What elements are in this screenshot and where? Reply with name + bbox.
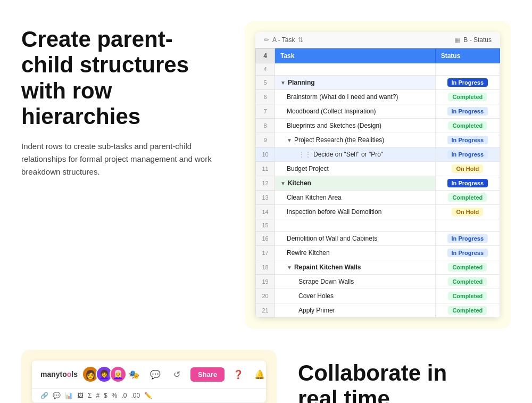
table-row: 15 [256,219,500,232]
status-cell: In Progress [435,232,500,246]
task-cell: ▼Kitchen [275,176,436,191]
bell-icon[interactable]: 🔔 [252,367,266,382]
row-number: 10 [256,147,275,162]
sub-text: Indent rows to create sub-tasks and pare… [21,140,223,178]
table-row: 13Clean Kitchen AreaCompleted [256,191,500,205]
row-number: 17 [256,246,275,260]
table-row: 4 [256,63,500,76]
toolbar-left: ✏ A - Task ⇅ [264,36,303,44]
status-badge: In Progress [447,234,488,243]
status-cell: On Hold [435,205,500,219]
bottom-section: manytools 👩 👩‍🦱 👩‍🦳 🎭 [0,350,532,403]
table-row: 6Brainstorm (What do I need and want?)Co… [256,90,500,104]
sort-icon: ⇅ [298,36,303,44]
history-icon[interactable]: ↺ [169,367,184,382]
avatar-3: 👩‍🦳 [110,366,127,383]
status-cell: In Progress [435,104,500,119]
percent-icon: % [112,392,118,399]
left-content: Create parent-child structures with row … [21,21,223,178]
status-badge: In Progress [447,107,488,116]
status-cell: Completed [435,119,500,133]
status-badge: In Progress [447,150,488,159]
table-row: 12▼KitchenIn Progress [256,176,500,191]
emoji-icon[interactable]: 🎭 [127,367,142,382]
status-cell: In Progress [435,133,500,147]
table-row: 5▼PlanningIn Progress [256,76,500,90]
task-cell [275,219,436,232]
table-row: 18▼Repaint Kitchen WallsCompleted [256,260,500,275]
task-cell: Cover Holes [275,289,436,303]
status-cell: Completed [435,260,500,275]
table-row: 11Budget ProjectOn Hold [256,162,500,176]
status-cell: In Progress [435,76,500,90]
table-row: 14Inspection before Wall DemolitionOn Ho… [256,205,500,219]
row-number: 4 [256,63,275,76]
app-top-bar: manytools 👩 👩‍🦱 👩‍🦳 🎭 [32,360,266,389]
row-number: 21 [256,303,275,318]
task-cell: Budget Project [275,162,436,176]
status-cell: Completed [435,90,500,104]
col-task-header: Task [275,49,436,63]
row-number: 14 [256,205,275,219]
status-cell [435,63,500,76]
right-content: ✏ A - Task ⇅ ▦ B - Status 4 Task Status [245,21,511,328]
row-number: 7 [256,104,275,119]
comment-icon-bar: 💬 [53,392,61,399]
col-b-label: B - Status [463,36,492,44]
formula-bar: 🔗 💬 📊 🖼 Σ # $ % .0 .00 ✏️ [32,389,266,403]
row-number: 18 [256,260,275,275]
status-badge: On Hold [452,208,483,216]
task-cell: Scrape Down Walls [275,275,436,289]
pencil-icon: ✏ [264,36,269,44]
status-badge: Completed [448,121,487,130]
col-a-label: A - Task [272,36,295,44]
status-badge: Completed [448,306,487,315]
task-cell: Clean Kitchen Area [275,191,436,205]
app-toolbar: manytools 👩 👩‍🦱 👩‍🦳 🎭 [32,360,266,403]
status-badge: Completed [448,277,487,286]
col-status-header: Status [435,49,500,63]
spreadsheet-toolbar: ✏ A - Task ⇅ ▦ B - Status [255,32,500,48]
status-cell: Completed [435,289,500,303]
row-number: 20 [256,289,275,303]
status-badge: In Progress [447,249,488,257]
comment-icon[interactable]: 💬 [148,367,163,382]
status-cell: In Progress [435,147,500,162]
status-cell: Completed [435,303,500,318]
status-badge: In Progress [447,136,488,144]
task-cell: Blueprints and Sketches (Design) [275,119,436,133]
task-cell: ▼Planning [275,76,436,90]
table-row: 16Demolition of Wall and CabinetsIn Prog… [256,232,500,246]
link-icon: 🔗 [40,392,48,399]
status-cell: Completed [435,191,500,205]
status-cell [435,219,500,232]
row-number: 13 [256,191,275,205]
status-badge: On Hold [452,165,483,173]
sigma-icon: Σ [88,392,92,399]
task-cell: Brainstorm (What do I need and want?) [275,90,436,104]
status-badge: In Progress [447,179,488,187]
task-cell: Apply Primer [275,303,436,318]
row-number: 8 [256,119,275,133]
status-cell: In Progress [435,176,500,191]
task-cell: ▼Repaint Kitchen Walls [275,260,436,275]
top-section: Create parent-child structures with row … [0,0,532,350]
bottom-right-panel: Collaborate in real time [298,350,511,403]
status-badge: Completed [448,193,487,202]
status-cell: On Hold [435,162,500,176]
help-icon[interactable]: ❓ [231,367,246,382]
collaborate-heading: Collaborate in real time [298,360,511,403]
decimal-icon: .0 [121,392,127,399]
dollar-icon: $ [104,392,107,399]
table-row: 17Rewire KitchenIn Progress [256,246,500,260]
toolbar-right: ▦ B - Status [454,36,492,44]
hash-icon: # [96,392,99,399]
row-number: 15 [256,219,275,232]
row-number: 11 [256,162,275,176]
data-table: 4 Task Status 45▼PlanningIn Progress6Bra… [255,48,500,318]
task-cell: Moodboard (Collect Inspiration) [275,104,436,119]
status-badge: In Progress [447,78,488,87]
share-button[interactable]: Share [190,367,225,382]
table-row: 21Apply PrimerCompleted [256,303,500,318]
task-cell: Inspection before Wall Demolition [275,205,436,219]
